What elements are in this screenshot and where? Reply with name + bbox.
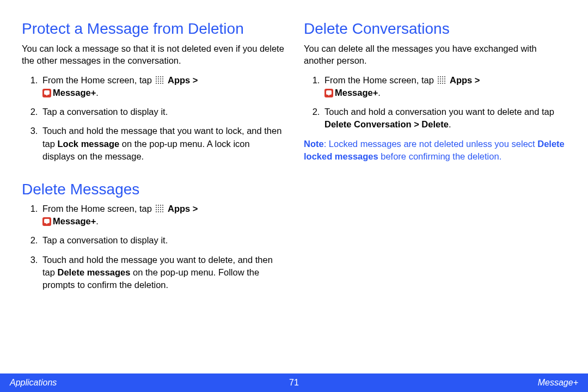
step-item: Touch and hold the message that you want… <box>40 125 284 162</box>
step-text: . <box>449 119 451 129</box>
apps-label: Apps > <box>168 204 198 213</box>
message-plus-label: Message+ <box>53 88 96 97</box>
apps-grid-icon <box>155 204 164 213</box>
steps-delete-conversations: From the Home screen, tap Apps > Message… <box>304 74 566 131</box>
note-locked-messages: Note: Locked messages are not deleted un… <box>304 138 566 163</box>
footer-section-name: Applications <box>10 378 57 388</box>
note-label: Note <box>304 139 324 149</box>
message-plus-icon <box>42 217 51 226</box>
manual-page: Protect a Message from Deletion You can … <box>0 0 588 392</box>
step-item: From the Home screen, tap Apps > Message… <box>40 74 284 99</box>
apps-grid-icon <box>155 76 164 84</box>
step-text: . <box>96 88 99 97</box>
apps-grid-icon <box>437 76 446 84</box>
step-item: Touch and hold the message you want to d… <box>40 254 284 291</box>
left-column: Protect a Message from Deletion You can … <box>22 20 284 369</box>
heading-delete-conversations: Delete Conversations <box>304 20 566 38</box>
step-item: From the Home screen, tap Apps > Message… <box>40 203 284 228</box>
step-item: Touch and hold a conversation you want t… <box>322 106 566 131</box>
content-area: Protect a Message from Deletion You can … <box>0 0 588 369</box>
step-item: From the Home screen, tap Apps > Message… <box>322 74 566 99</box>
apps-label: Apps > <box>450 75 480 85</box>
page-footer: Applications 71 Message+ <box>0 373 588 392</box>
heading-delete-messages: Delete Messages <box>22 180 284 199</box>
page-number: 71 <box>289 378 299 388</box>
intro-protect-message: You can lock a message so that it is not… <box>22 42 284 67</box>
note-text: : Locked messages are not deleted unless… <box>324 139 538 149</box>
intro-delete-conversations: You can delete all the messages you have… <box>304 42 566 67</box>
steps-delete-messages: From the Home screen, tap Apps > Message… <box>22 203 284 291</box>
heading-protect-message: Protect a Message from Deletion <box>22 20 284 38</box>
note-text: before confirming the deletion. <box>378 151 502 161</box>
delete-messages-label: Delete messages <box>58 267 131 277</box>
step-text: From the Home screen, tap <box>42 204 154 213</box>
step-item: Tap a conversation to display it. <box>40 106 284 118</box>
step-item: Tap a conversation to display it. <box>40 234 284 247</box>
steps-protect-message: From the Home screen, tap Apps > Message… <box>22 74 284 163</box>
footer-topic-name: Message+ <box>538 378 578 388</box>
message-plus-label: Message+ <box>53 216 96 226</box>
step-text: From the Home screen, tap <box>324 75 436 85</box>
delete-conversation-label: Delete Conversation > Delete <box>324 119 449 129</box>
message-plus-icon <box>324 89 333 97</box>
step-text: . <box>96 216 99 226</box>
apps-label: Apps > <box>168 75 198 85</box>
step-text: Touch and hold a conversation you want t… <box>324 107 554 117</box>
step-text: From the Home screen, tap <box>42 75 154 85</box>
message-plus-label: Message+ <box>335 88 378 97</box>
message-plus-icon <box>42 89 51 97</box>
step-text: . <box>378 88 381 97</box>
lock-message-label: Lock message <box>58 139 120 149</box>
right-column: Delete Conversations You can delete all … <box>304 20 566 369</box>
